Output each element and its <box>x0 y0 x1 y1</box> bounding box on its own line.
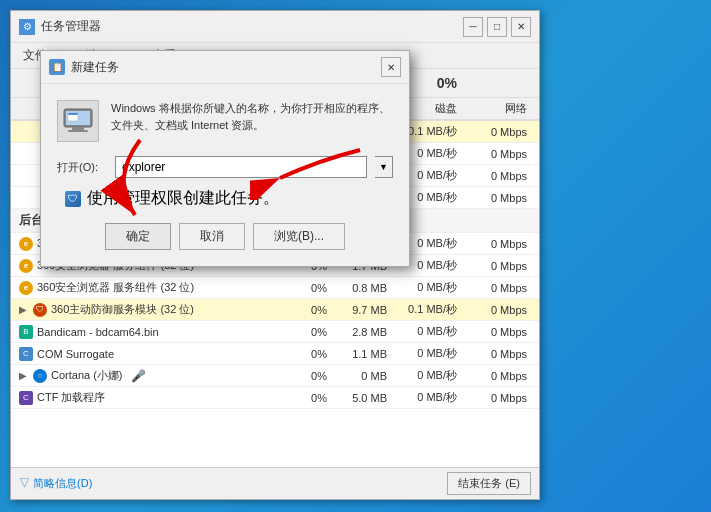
summary-toggle[interactable]: ▽ 简略信息(D) <box>19 476 92 491</box>
table-row[interactable]: e 360安全浏览器 服务组件 (32 位) 0% 0.8 MB 0 MB/秒 … <box>11 277 539 299</box>
process-icon-360main: 🛡 <box>33 303 47 317</box>
red-arrow-ok <box>80 130 200 230</box>
process-icon-360: e <box>19 237 33 251</box>
close-button[interactable]: ✕ <box>511 17 531 37</box>
end-task-button[interactable]: 结束任务 (E) <box>447 472 531 495</box>
sub-col-net: 网络 <box>461 100 531 117</box>
process-icon-com-surrogate: C <box>19 347 33 361</box>
bottom-bar: ▽ 简略信息(D) 结束任务 (E) <box>11 467 539 499</box>
table-row[interactable]: B Bandicam - bdcam64.bin 0% 2.8 MB 0 MB/… <box>11 321 539 343</box>
shield-icon: 🛡 <box>65 191 81 207</box>
title-bar-left: ⚙ 任务管理器 <box>19 18 101 35</box>
window-title: 任务管理器 <box>41 18 101 35</box>
process-icon-360: e <box>19 281 33 295</box>
summary-toggle-label: ▽ 简略信息(D) <box>19 476 92 491</box>
maximize-button[interactable]: □ <box>487 17 507 37</box>
dialog-title: 新建任务 <box>71 59 119 76</box>
expand-arrow-icon: ▶ <box>19 304 27 315</box>
minimize-button[interactable]: ─ <box>463 17 483 37</box>
dialog-title-bar: 📋 新建任务 ✕ <box>41 51 409 84</box>
expand-arrow-icon: ▶ <box>19 370 27 381</box>
process-icon-ctf: C <box>19 391 33 405</box>
col-net-pct <box>461 81 531 85</box>
svg-rect-5 <box>68 113 78 115</box>
table-row[interactable]: C CTF 加载程序 0% 5.0 MB 0 MB/秒 0 Mbps <box>11 387 539 409</box>
process-icon-bandicam: B <box>19 325 33 339</box>
title-bar: ⚙ 任务管理器 ─ □ ✕ <box>11 11 539 43</box>
process-icon-cortana: ○ <box>33 369 47 383</box>
process-icon-360: e <box>19 259 33 273</box>
dialog-icon: 📋 <box>49 59 65 75</box>
red-arrow-input <box>250 140 370 200</box>
table-row[interactable]: ▶ 🛡 360主动防御服务模块 (32 位) 0% 9.7 MB 0.1 MB/… <box>11 299 539 321</box>
app-icon: ⚙ <box>19 19 35 35</box>
input-dropdown-button[interactable]: ▼ <box>375 156 393 178</box>
table-row-com-surrogate[interactable]: C COM Surrogate 0% 1.1 MB 0 MB/秒 0 Mbps <box>11 343 539 365</box>
table-row[interactable]: ▶ ○ Cortana (小娜) 🎤 0% 0 MB 0 MB/秒 0 Mbps <box>11 365 539 387</box>
process-name-com-surrogate: COM Surrogate <box>37 348 114 360</box>
browse-button[interactable]: 浏览(B)... <box>253 223 345 250</box>
dialog-close-button[interactable]: ✕ <box>381 57 401 77</box>
row-net-1: 0 Mbps <box>461 126 531 138</box>
window-controls: ─ □ ✕ <box>463 17 531 37</box>
